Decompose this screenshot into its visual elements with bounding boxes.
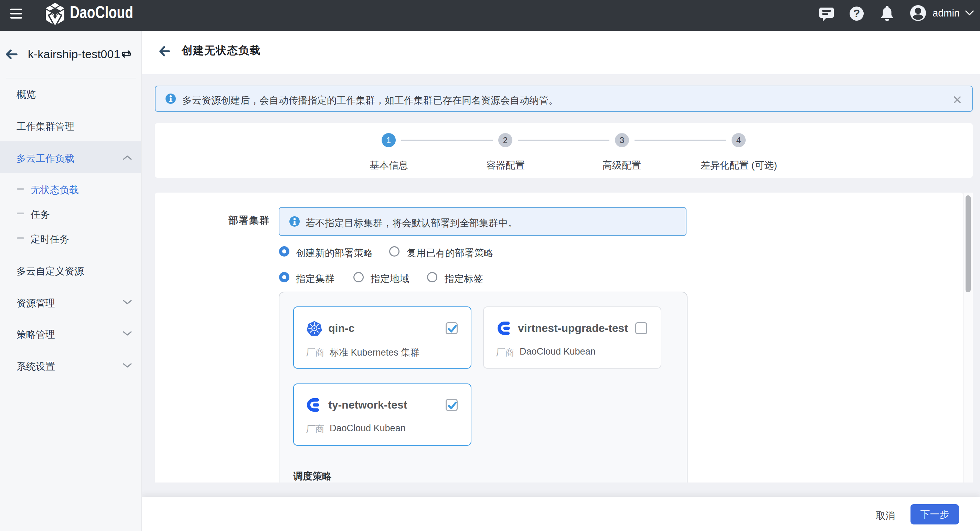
- svg-text:?: ?: [853, 7, 860, 20]
